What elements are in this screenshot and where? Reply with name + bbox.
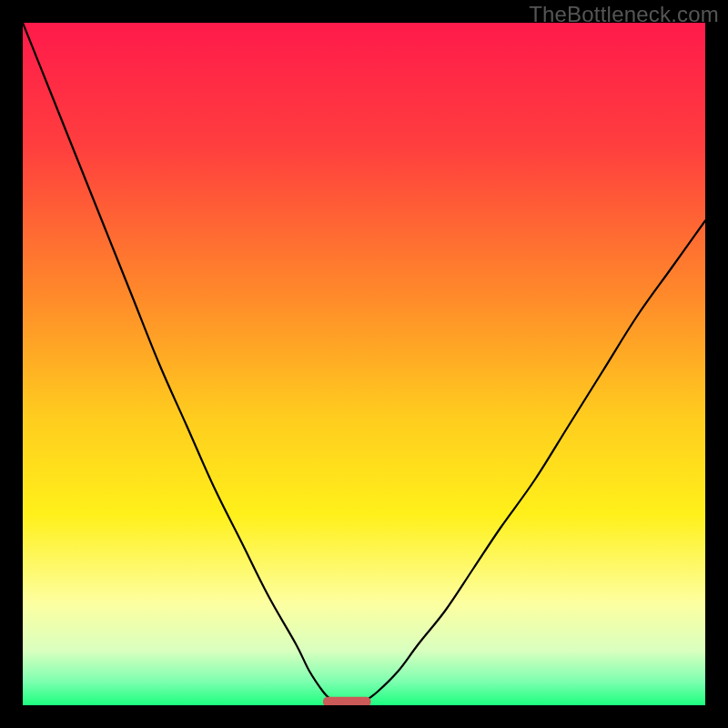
watermark-text: TheBottleneck.com — [529, 2, 719, 27]
chart-frame: TheBottleneck.com — [0, 0, 728, 728]
chart-svg — [23, 23, 705, 705]
plot-area — [23, 23, 705, 705]
optimum-marker — [323, 697, 371, 705]
plot-background — [23, 23, 705, 705]
